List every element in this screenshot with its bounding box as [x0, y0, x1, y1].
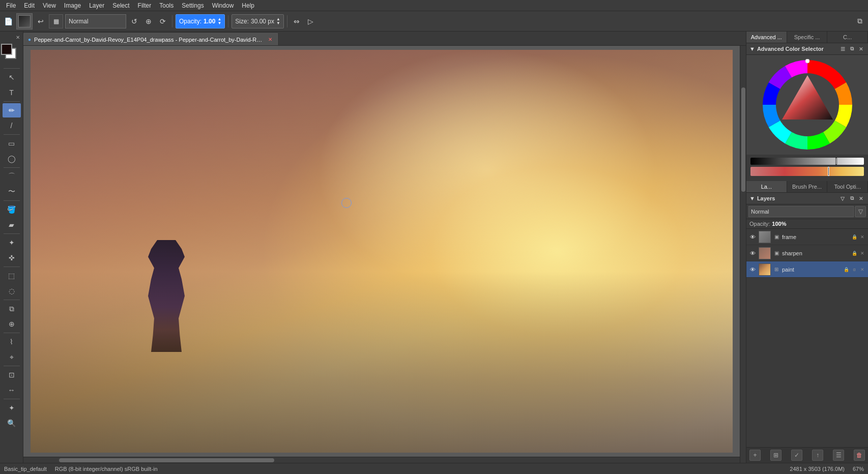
slider-thumb[interactable] — [835, 158, 837, 165]
scrollbar-v-thumb[interactable] — [741, 87, 745, 192]
tool-clone[interactable]: ⊕ — [3, 317, 21, 331]
grid-icon[interactable]: ▦ — [49, 14, 63, 28]
float-icon[interactable]: ⧉ — [848, 45, 856, 53]
canvas-tab[interactable]: ● Pepper-and-Carrot_by-David-Revoy_E14P0… — [23, 33, 278, 45]
layers-filter-icon[interactable]: ▽ — [838, 194, 847, 202]
color-swatches[interactable] — [1, 44, 22, 65]
color-slider-thumb[interactable] — [828, 167, 829, 176]
tool-color-picker[interactable]: ✦ — [3, 401, 21, 415]
move-up-btn[interactable]: ↑ — [812, 450, 823, 461]
menu-tools[interactable]: Tools — [155, 1, 178, 10]
layer-lock-paint-icon[interactable]: 🔒 — [843, 266, 850, 273]
move-down-btn[interactable]: ✓ — [791, 450, 802, 461]
tool-transform[interactable]: ✦ — [3, 235, 21, 250]
collapse-icon[interactable]: ▼ — [749, 46, 755, 52]
scrollbar-h-thumb[interactable] — [59, 458, 274, 462]
layer-row-sharpen[interactable]: 👁 ▣ sharpen 🔒 ✕ — [746, 245, 868, 261]
menu-file[interactable]: File — [2, 1, 20, 10]
close-icon[interactable]: ✕ — [857, 45, 865, 53]
tab-tool-options[interactable]: Tool Opti... — [827, 181, 868, 192]
tool-lasso[interactable]: ⌇ — [3, 335, 21, 349]
layer-visibility-paint[interactable]: 👁 — [748, 265, 757, 274]
scrollbar-vertical[interactable] — [740, 46, 746, 463]
tab-close-icon[interactable]: ✕ — [267, 36, 273, 43]
layers-float-icon[interactable]: ⧉ — [848, 194, 856, 202]
workspace-icon[interactable]: ⧉ — [854, 14, 866, 28]
tool-bezier[interactable]: ⌒ — [3, 169, 21, 184]
tool-move[interactable]: ✜ — [3, 251, 21, 265]
tool-zoom[interactable]: 🔍 — [3, 416, 21, 430]
tool-pointer[interactable]: ↖ — [3, 70, 21, 84]
reset-icon[interactable]: ↺ — [128, 14, 140, 28]
scrollbar-horizontal[interactable] — [23, 457, 740, 463]
opacity-value[interactable]: 1.00 — [204, 18, 215, 25]
layers-filter-btn[interactable]: ▽ — [855, 206, 866, 217]
menu-filter[interactable]: Filter — [134, 1, 156, 10]
tool-poly-lasso[interactable]: ⌖ — [3, 350, 21, 364]
brush-preset-icon[interactable]: ↩ — [35, 14, 47, 28]
tab-advanced[interactable]: Advanced ... — [746, 32, 787, 43]
color-wheel-container[interactable] — [746, 55, 868, 155]
settings-icon[interactable]: ☰ — [838, 45, 847, 53]
new-icon[interactable]: 📄 — [2, 14, 14, 28]
tool-freehand[interactable]: 〜 — [3, 185, 21, 199]
layer-row-frame[interactable]: 👁 ▣ frame 🔒 ✕ — [746, 229, 868, 245]
canvas-viewport[interactable] — [23, 46, 740, 457]
tool-rect[interactable]: ▭ — [3, 136, 21, 151]
blend-mode-select[interactable]: Normal — [65, 14, 126, 28]
layer-lock-icon[interactable]: 🔒 — [851, 233, 858, 241]
tab-layers[interactable]: La... — [746, 181, 787, 192]
size-stepper[interactable]: ▲▼ — [276, 17, 280, 25]
color-fg[interactable] — [1, 44, 12, 55]
tool-select-rect[interactable]: ⬚ — [3, 269, 21, 283]
layer-delete-sharpen-icon[interactable]: ✕ — [859, 250, 866, 257]
layer-visibility-sharpen[interactable]: 👁 — [748, 249, 757, 257]
menu-image[interactable]: Image — [60, 1, 85, 10]
layers-collapse-icon[interactable]: ▼ — [749, 195, 755, 201]
menu-view[interactable]: View — [39, 1, 60, 10]
tool-smart-patch[interactable]: ⊡ — [3, 368, 21, 382]
sync-icon[interactable]: ⟳ — [157, 14, 169, 28]
mirror-v-icon[interactable]: ▷ — [305, 14, 317, 28]
tab-brush-presets[interactable]: Brush Pre... — [787, 181, 828, 192]
menu-settings[interactable]: Settings — [178, 1, 208, 10]
layers-close-icon[interactable]: ✕ — [857, 194, 865, 202]
color-gradient-slider[interactable] — [750, 167, 864, 176]
black-slider[interactable] — [750, 158, 864, 165]
tool-line[interactable]: / — [3, 118, 21, 133]
tool-fill[interactable]: 🪣 — [3, 202, 21, 217]
layer-row-paint[interactable]: 👁 ⊞ paint 🔒 α ✕ — [746, 261, 868, 278]
layer-alpha-lock-icon[interactable]: α — [851, 266, 858, 273]
add-group-btn[interactable]: ⊞ — [770, 450, 782, 461]
menu-window[interactable]: Window — [208, 1, 238, 10]
opacity-stepper[interactable]: ▲▼ — [217, 17, 221, 25]
layer-visibility-frame[interactable]: 👁 — [748, 233, 757, 241]
tab-specific[interactable]: Specific ... — [787, 32, 828, 43]
tool-ellipse[interactable]: ◯ — [3, 152, 21, 166]
tool-crop[interactable]: ⧉ — [3, 302, 21, 316]
menu-select[interactable]: Select — [108, 1, 133, 10]
menu-edit[interactable]: Edit — [20, 1, 39, 10]
menu-layer[interactable]: Layer — [85, 1, 108, 10]
color-wheel[interactable] — [762, 59, 853, 151]
layer-lock-sharpen-icon[interactable]: 🔒 — [851, 250, 858, 257]
layers-opacity-value[interactable]: 100% — [772, 221, 786, 227]
layers-blend-mode[interactable]: Normal — [748, 206, 854, 217]
delete-layer-btn[interactable]: 🗑 — [854, 450, 865, 461]
tool-select-ellipse[interactable]: ◌ — [3, 284, 21, 298]
tool-text[interactable]: T — [3, 85, 21, 100]
tab-c[interactable]: C... — [827, 32, 868, 43]
size-value[interactable]: 30.00 px — [251, 18, 274, 25]
layer-delete-icon[interactable]: ✕ — [859, 233, 866, 241]
tool-preview[interactable] — [16, 13, 33, 29]
mirror-h-icon[interactable]: ⇔ — [291, 14, 303, 28]
tool-measure[interactable]: ↔ — [3, 383, 21, 397]
tool-gradient[interactable]: ▰ — [3, 218, 21, 232]
link-icon[interactable]: ⊕ — [142, 14, 155, 28]
add-layer-btn[interactable]: + — [749, 450, 761, 461]
tool-freehand-brush[interactable]: ✏ — [3, 103, 21, 117]
layer-delete-paint-icon[interactable]: ✕ — [859, 266, 866, 273]
close-panel-icon[interactable]: ✕ — [14, 33, 22, 41]
layer-properties-btn[interactable]: ☰ — [833, 450, 844, 461]
menu-help[interactable]: Help — [238, 1, 258, 10]
